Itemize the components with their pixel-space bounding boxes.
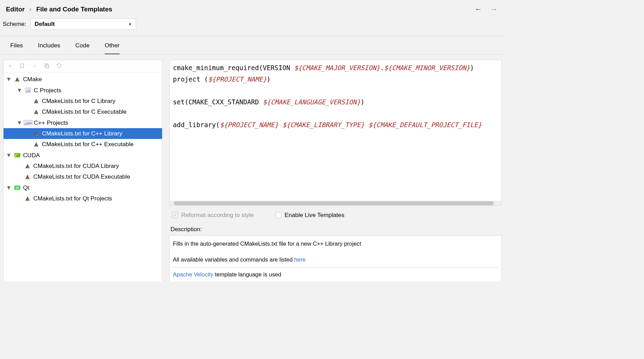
chevron-down-icon: ▶ — [17, 120, 22, 125]
caret-down-icon: ▼ — [128, 22, 132, 27]
tree-label: CMakeLists.txt for C Executable — [42, 108, 127, 115]
horizontal-scrollbar[interactable] — [169, 201, 502, 206]
chevron-down-icon: ▶ — [6, 77, 11, 82]
svg-rect-0 — [20, 64, 23, 68]
tab-other[interactable]: Other — [105, 42, 119, 55]
description-line3: Apache Velocity template language is use… — [173, 269, 498, 280]
template-code-editor[interactable]: cmake_minimum_required(VERSION ${CMAKE_M… — [169, 60, 502, 201]
nav-forward-icon: → — [490, 5, 498, 13]
tree-label: CMake — [23, 76, 42, 83]
tab-includes[interactable]: Includes — [38, 42, 60, 54]
description-line1: Fills in the auto-generated CMakeLists.t… — [173, 238, 498, 249]
cmake-icon — [14, 77, 21, 82]
template-tree: ▶ CMake ▶ c C Projects CMakeLists.txt fo… — [3, 72, 162, 206]
template-toolbar: ＋ － — [3, 60, 162, 72]
tree-label: C++ Projects — [34, 119, 68, 126]
tab-code[interactable]: Code — [75, 42, 89, 54]
tree-item-cuda-library[interactable]: CMakeLists.txt for CUDA Library — [3, 161, 162, 171]
breadcrumb-parent[interactable]: Editor — [6, 6, 25, 13]
chevron-right-icon: › — [30, 6, 31, 12]
template-list-panel: ＋ － ▶ CMake ▶ c — [3, 60, 162, 281]
nav-back-icon[interactable]: ← — [475, 5, 482, 13]
cmake-icon — [24, 196, 31, 201]
breadcrumb: Editor › File and Code Templates — [6, 6, 112, 13]
tree-label: CMakeLists.txt for C++ Library — [42, 130, 123, 137]
tree-node-cpp-projects[interactable]: ▶ c++ C++ Projects — [3, 117, 162, 128]
revert-icon[interactable] — [56, 63, 62, 69]
tree-label: CMakeLists.txt for Qt Projects — [33, 195, 112, 202]
tree-label: CUDA — [23, 152, 40, 159]
remove-icon[interactable]: － — [32, 63, 38, 69]
tree-label: C Projects — [34, 87, 61, 94]
breadcrumb-current: File and Code Templates — [36, 6, 112, 13]
tree-node-cuda[interactable]: ▶ CUDA — [3, 150, 162, 161]
description-panel: Fills in the auto-generated CMakeLists.t… — [169, 235, 502, 281]
live-templates-checkbox[interactable]: Enable Live Templates — [275, 211, 344, 218]
tree-label: CMakeLists.txt for C++ Executable — [42, 141, 134, 148]
c-folder-icon: c — [25, 87, 31, 93]
tree-item-cuda-executable[interactable]: CMakeLists.txt for CUDA Executable — [3, 171, 162, 182]
tree-item-c-executable[interactable]: CMakeLists.txt for C Executable — [3, 106, 162, 117]
checkbox-unchecked-icon — [275, 212, 281, 218]
add-from-icon[interactable] — [20, 63, 25, 69]
tree-label: CMakeLists.txt for CUDA Library — [33, 162, 119, 169]
checkbox-label: Reformat according to style — [181, 211, 254, 218]
description-line2: All available variables and commands are… — [173, 254, 498, 265]
chevron-down-icon: ▶ — [17, 87, 22, 93]
cmake-icon — [33, 98, 40, 103]
nvidia-icon — [14, 153, 21, 158]
cmake-icon — [33, 131, 40, 136]
tab-files[interactable]: Files — [10, 42, 23, 54]
tree-label: Qt — [23, 184, 29, 191]
cmake-icon — [24, 174, 31, 179]
tree-item-cpp-library[interactable]: CMakeLists.txt for C++ Library — [3, 128, 162, 139]
add-icon[interactable]: ＋ — [7, 63, 13, 69]
tree-label: CMakeLists.txt for C Library — [42, 97, 116, 104]
checkbox-checked-icon: ✓ — [172, 212, 178, 218]
chevron-down-icon: ▶ — [6, 152, 11, 158]
cmake-icon — [33, 142, 40, 147]
qt-icon: Qt — [14, 186, 21, 190]
cpp-folder-icon: c++ — [25, 120, 31, 125]
tree-item-cpp-executable[interactable]: CMakeLists.txt for C++ Executable — [3, 139, 162, 150]
tree-item-qt-projects[interactable]: CMakeLists.txt for Qt Projects — [3, 193, 162, 204]
tree-node-qt[interactable]: ▶ Qt Qt — [3, 182, 162, 193]
tree-item-c-library[interactable]: CMakeLists.txt for C Library — [3, 96, 162, 106]
svg-rect-2 — [46, 65, 49, 68]
tree-node-c-projects[interactable]: ▶ c C Projects — [3, 85, 162, 95]
cmake-icon — [33, 110, 40, 114]
copy-icon[interactable] — [44, 63, 50, 69]
tabs: Files Includes Code Other — [0, 36, 505, 54]
description-label: Description: — [169, 225, 502, 235]
checkbox-label: Enable Live Templates — [285, 211, 344, 218]
apache-velocity-link[interactable]: Apache Velocity — [173, 271, 213, 277]
chevron-down-icon: ▶ — [6, 185, 11, 190]
scheme-select[interactable]: Default ▼ — [30, 18, 136, 30]
tree-node-cmake[interactable]: ▶ CMake — [3, 74, 162, 85]
reformat-checkbox: ✓ Reformat according to style — [172, 211, 254, 218]
scheme-label: Scheme: — [3, 21, 26, 28]
here-link[interactable]: here — [294, 256, 305, 263]
cmake-icon — [24, 164, 31, 169]
tree-label: CMakeLists.txt for CUDA Executable — [33, 173, 130, 180]
scheme-value: Default — [35, 21, 55, 28]
